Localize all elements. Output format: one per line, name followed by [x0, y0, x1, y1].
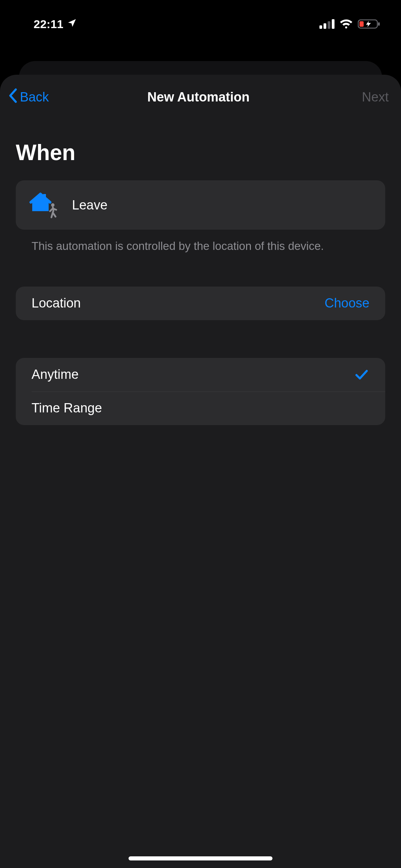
back-label: Back: [20, 90, 49, 105]
chevron-left-icon: [8, 88, 18, 106]
svg-rect-3: [332, 19, 335, 29]
leave-home-icon: [26, 187, 62, 223]
section-heading: When: [16, 140, 385, 165]
content: When: [0, 119, 401, 425]
wifi-icon: [339, 19, 353, 29]
cellular-icon: [319, 19, 335, 29]
time-options-card: Anytime Time Range: [16, 358, 385, 425]
next-button[interactable]: Next: [320, 90, 389, 105]
leave-card[interactable]: Leave: [16, 180, 385, 230]
back-button[interactable]: Back: [8, 88, 77, 106]
svg-rect-1: [324, 23, 326, 29]
location-card[interactable]: Location Choose: [16, 287, 385, 320]
home-indicator[interactable]: [129, 856, 272, 860]
option-label: Anytime: [32, 367, 78, 382]
status-bar: 22:11: [0, 0, 401, 48]
next-label: Next: [362, 90, 389, 104]
checkmark-icon: [354, 367, 369, 383]
leave-footnote: This automation is controlled by the loc…: [16, 230, 385, 254]
battery-charging-icon: [358, 19, 380, 29]
page-title: New Automation: [77, 90, 320, 105]
status-time: 22:11: [34, 17, 63, 31]
trigger-group: Leave This automation is controlled by t…: [16, 180, 385, 254]
row-divider: [32, 391, 385, 392]
option-anytime[interactable]: Anytime: [16, 358, 385, 391]
location-services-icon: [67, 17, 77, 31]
svg-rect-7: [43, 194, 46, 199]
svg-rect-6: [360, 21, 364, 27]
option-label: Time Range: [32, 401, 102, 415]
svg-rect-2: [328, 21, 330, 29]
status-left: 22:11: [34, 17, 77, 31]
leave-label: Leave: [72, 198, 108, 213]
modal-sheet: Back New Automation Next When: [0, 75, 401, 868]
svg-rect-0: [319, 25, 322, 29]
choose-button[interactable]: Choose: [325, 296, 369, 311]
location-label: Location: [32, 296, 81, 311]
navigation-bar: Back New Automation Next: [0, 75, 401, 119]
option-time-range[interactable]: Time Range: [16, 391, 385, 425]
svg-rect-5: [378, 22, 380, 26]
status-right: [319, 19, 380, 29]
